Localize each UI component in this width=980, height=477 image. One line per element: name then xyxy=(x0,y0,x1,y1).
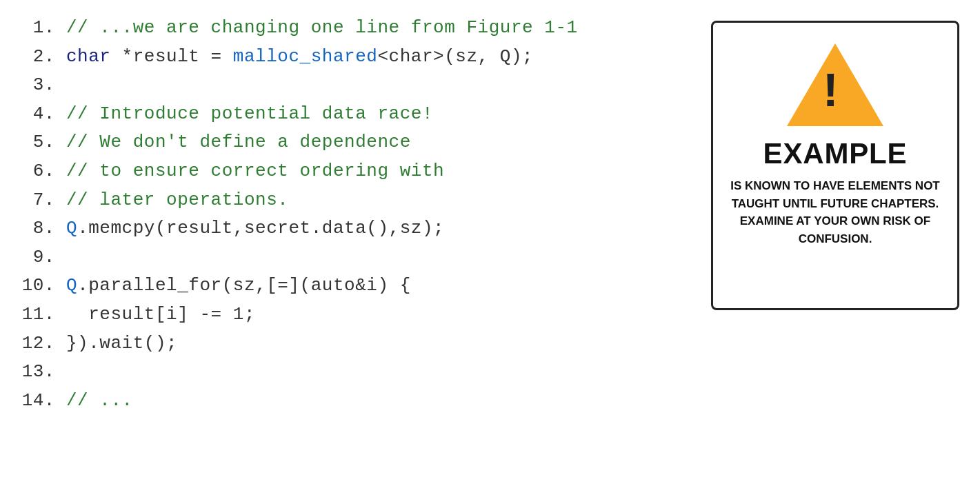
main-container: 1.// ...we are changing one line from Fi… xyxy=(21,14,959,415)
code-token: .parallel_for(sz,[=](auto&i) { xyxy=(77,275,411,296)
code-token: <char>(sz, Q); xyxy=(377,46,533,67)
line-content: // ... xyxy=(66,387,133,416)
code-line: 3. xyxy=(21,71,683,100)
code-token: result[i] -= 1; xyxy=(66,304,255,325)
line-number: 1. xyxy=(21,14,55,43)
code-token: // Introduce potential data race! xyxy=(66,103,433,124)
code-line: 12.}).wait(); xyxy=(21,329,683,358)
line-number: 8. xyxy=(21,214,55,243)
code-token: char xyxy=(66,46,111,67)
line-number: 7. xyxy=(21,186,55,215)
code-token: Q xyxy=(66,275,77,296)
line-content: char *result = malloc_shared<char>(sz, Q… xyxy=(66,43,533,72)
code-block: 1.// ...we are changing one line from Fi… xyxy=(21,14,683,415)
line-content: // later operations. xyxy=(66,186,288,215)
code-line: 14.// ... xyxy=(21,387,683,416)
code-token: .memcpy(result,secret.data(),sz); xyxy=(77,218,444,238)
line-number: 6. xyxy=(21,157,55,186)
code-token: }).wait(); xyxy=(66,333,177,354)
code-token: *result = xyxy=(111,46,233,67)
code-line: 13. xyxy=(21,358,683,387)
warning-triangle-icon xyxy=(787,43,883,126)
line-content: Q.parallel_for(sz,[=](auto&i) { xyxy=(66,272,411,301)
code-line: 6.// to ensure correct ordering with xyxy=(21,157,683,186)
code-line: 8.Q.memcpy(result,secret.data(),sz); xyxy=(21,214,683,243)
code-line: 10.Q.parallel_for(sz,[=](auto&i) { xyxy=(21,272,683,301)
code-token: malloc_shared xyxy=(233,46,378,67)
line-number: 14. xyxy=(21,387,55,416)
line-content: // to ensure correct ordering with xyxy=(66,157,444,186)
code-line: 7.// later operations. xyxy=(21,186,683,215)
line-content: // Introduce potential data race! xyxy=(66,100,433,129)
line-number: 3. xyxy=(21,71,55,100)
line-number: 10. xyxy=(21,272,55,301)
line-number: 2. xyxy=(21,43,55,72)
code-line: 4.// Introduce potential data race! xyxy=(21,100,683,129)
code-token: Q xyxy=(66,218,77,238)
line-number: 13. xyxy=(21,358,55,387)
line-content: Q.memcpy(result,secret.data(),sz); xyxy=(66,214,444,243)
code-line: 5.// We don't define a dependence xyxy=(21,128,683,157)
warning-box: EXAMPLE IS KNOWN TO HAVE ELEMENTS NOT TA… xyxy=(711,21,959,310)
line-number: 9. xyxy=(21,243,55,272)
line-number: 12. xyxy=(21,329,55,358)
line-content: }).wait(); xyxy=(66,329,177,358)
line-content: // ...we are changing one line from Figu… xyxy=(66,14,578,43)
code-line: 2.char *result = malloc_shared<char>(sz,… xyxy=(21,43,683,72)
warning-title: EXAMPLE xyxy=(763,137,908,170)
warning-body: IS KNOWN TO HAVE ELEMENTS NOT TAUGHT UNT… xyxy=(730,177,941,247)
code-token: // later operations. xyxy=(66,190,288,210)
line-content: result[i] -= 1; xyxy=(66,301,255,329)
code-line: 9. xyxy=(21,243,683,272)
code-token: // to ensure correct ordering with xyxy=(66,161,444,181)
line-number: 5. xyxy=(21,128,55,157)
code-token: // We don't define a dependence xyxy=(66,132,411,152)
line-number: 11. xyxy=(21,301,55,329)
line-content: // We don't define a dependence xyxy=(66,128,411,157)
code-token: // ... xyxy=(66,390,133,411)
code-line: 11. result[i] -= 1; xyxy=(21,301,683,329)
line-number: 4. xyxy=(21,100,55,129)
code-line: 1.// ...we are changing one line from Fi… xyxy=(21,14,683,43)
code-token: // ...we are changing one line from Figu… xyxy=(66,17,578,38)
